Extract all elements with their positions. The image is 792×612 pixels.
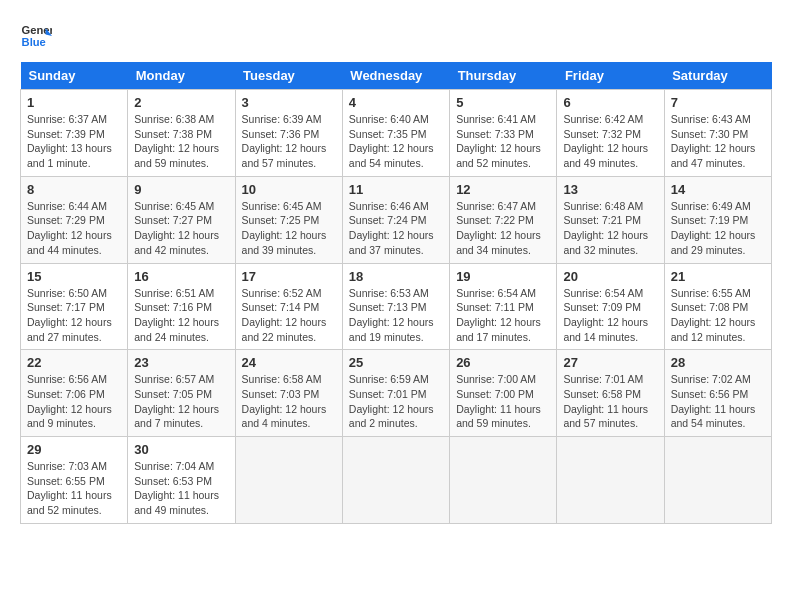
day-number: 22 bbox=[27, 355, 121, 370]
day-header-friday: Friday bbox=[557, 62, 664, 90]
day-number: 12 bbox=[456, 182, 550, 197]
day-number: 28 bbox=[671, 355, 765, 370]
day-number: 18 bbox=[349, 269, 443, 284]
calendar-body: 1Sunrise: 6:37 AMSunset: 7:39 PMDaylight… bbox=[21, 90, 772, 524]
day-header-wednesday: Wednesday bbox=[342, 62, 449, 90]
day-number: 17 bbox=[242, 269, 336, 284]
day-info: Sunrise: 6:56 AMSunset: 7:06 PMDaylight:… bbox=[27, 372, 121, 431]
day-info: Sunrise: 6:50 AMSunset: 7:17 PMDaylight:… bbox=[27, 286, 121, 345]
calendar-cell: 2Sunrise: 6:38 AMSunset: 7:38 PMDaylight… bbox=[128, 90, 235, 177]
day-info: Sunrise: 6:38 AMSunset: 7:38 PMDaylight:… bbox=[134, 112, 228, 171]
day-number: 25 bbox=[349, 355, 443, 370]
day-info: Sunrise: 7:03 AMSunset: 6:55 PMDaylight:… bbox=[27, 459, 121, 518]
header: General Blue bbox=[20, 20, 772, 52]
calendar-cell bbox=[235, 437, 342, 524]
day-info: Sunrise: 6:37 AMSunset: 7:39 PMDaylight:… bbox=[27, 112, 121, 171]
day-info: Sunrise: 6:41 AMSunset: 7:33 PMDaylight:… bbox=[456, 112, 550, 171]
calendar-cell: 9Sunrise: 6:45 AMSunset: 7:27 PMDaylight… bbox=[128, 176, 235, 263]
day-number: 20 bbox=[563, 269, 657, 284]
day-number: 5 bbox=[456, 95, 550, 110]
day-number: 6 bbox=[563, 95, 657, 110]
calendar-cell: 18Sunrise: 6:53 AMSunset: 7:13 PMDayligh… bbox=[342, 263, 449, 350]
calendar-cell: 8Sunrise: 6:44 AMSunset: 7:29 PMDaylight… bbox=[21, 176, 128, 263]
day-header-saturday: Saturday bbox=[664, 62, 771, 90]
day-number: 7 bbox=[671, 95, 765, 110]
day-info: Sunrise: 6:54 AMSunset: 7:11 PMDaylight:… bbox=[456, 286, 550, 345]
calendar-header-row: SundayMondayTuesdayWednesdayThursdayFrid… bbox=[21, 62, 772, 90]
day-info: Sunrise: 7:00 AMSunset: 7:00 PMDaylight:… bbox=[456, 372, 550, 431]
day-number: 2 bbox=[134, 95, 228, 110]
day-number: 30 bbox=[134, 442, 228, 457]
calendar-cell: 4Sunrise: 6:40 AMSunset: 7:35 PMDaylight… bbox=[342, 90, 449, 177]
day-info: Sunrise: 6:42 AMSunset: 7:32 PMDaylight:… bbox=[563, 112, 657, 171]
calendar-cell: 12Sunrise: 6:47 AMSunset: 7:22 PMDayligh… bbox=[450, 176, 557, 263]
day-info: Sunrise: 6:48 AMSunset: 7:21 PMDaylight:… bbox=[563, 199, 657, 258]
day-number: 8 bbox=[27, 182, 121, 197]
week-row-5: 29Sunrise: 7:03 AMSunset: 6:55 PMDayligh… bbox=[21, 437, 772, 524]
day-info: Sunrise: 7:04 AMSunset: 6:53 PMDaylight:… bbox=[134, 459, 228, 518]
day-number: 29 bbox=[27, 442, 121, 457]
day-number: 14 bbox=[671, 182, 765, 197]
day-header-tuesday: Tuesday bbox=[235, 62, 342, 90]
calendar-cell: 5Sunrise: 6:41 AMSunset: 7:33 PMDaylight… bbox=[450, 90, 557, 177]
day-info: Sunrise: 6:51 AMSunset: 7:16 PMDaylight:… bbox=[134, 286, 228, 345]
day-info: Sunrise: 6:58 AMSunset: 7:03 PMDaylight:… bbox=[242, 372, 336, 431]
day-number: 21 bbox=[671, 269, 765, 284]
calendar-cell bbox=[664, 437, 771, 524]
calendar-cell: 20Sunrise: 6:54 AMSunset: 7:09 PMDayligh… bbox=[557, 263, 664, 350]
day-header-thursday: Thursday bbox=[450, 62, 557, 90]
week-row-4: 22Sunrise: 6:56 AMSunset: 7:06 PMDayligh… bbox=[21, 350, 772, 437]
calendar-cell: 7Sunrise: 6:43 AMSunset: 7:30 PMDaylight… bbox=[664, 90, 771, 177]
calendar-cell: 11Sunrise: 6:46 AMSunset: 7:24 PMDayligh… bbox=[342, 176, 449, 263]
day-info: Sunrise: 6:46 AMSunset: 7:24 PMDaylight:… bbox=[349, 199, 443, 258]
calendar-cell: 26Sunrise: 7:00 AMSunset: 7:00 PMDayligh… bbox=[450, 350, 557, 437]
day-info: Sunrise: 6:45 AMSunset: 7:27 PMDaylight:… bbox=[134, 199, 228, 258]
calendar-cell: 25Sunrise: 6:59 AMSunset: 7:01 PMDayligh… bbox=[342, 350, 449, 437]
calendar-cell: 30Sunrise: 7:04 AMSunset: 6:53 PMDayligh… bbox=[128, 437, 235, 524]
calendar-cell: 28Sunrise: 7:02 AMSunset: 6:56 PMDayligh… bbox=[664, 350, 771, 437]
calendar-cell: 6Sunrise: 6:42 AMSunset: 7:32 PMDaylight… bbox=[557, 90, 664, 177]
day-number: 27 bbox=[563, 355, 657, 370]
calendar-cell: 27Sunrise: 7:01 AMSunset: 6:58 PMDayligh… bbox=[557, 350, 664, 437]
day-number: 1 bbox=[27, 95, 121, 110]
calendar-cell: 14Sunrise: 6:49 AMSunset: 7:19 PMDayligh… bbox=[664, 176, 771, 263]
day-info: Sunrise: 6:49 AMSunset: 7:19 PMDaylight:… bbox=[671, 199, 765, 258]
calendar-cell: 13Sunrise: 6:48 AMSunset: 7:21 PMDayligh… bbox=[557, 176, 664, 263]
calendar-cell: 1Sunrise: 6:37 AMSunset: 7:39 PMDaylight… bbox=[21, 90, 128, 177]
calendar-cell: 24Sunrise: 6:58 AMSunset: 7:03 PMDayligh… bbox=[235, 350, 342, 437]
calendar-cell: 3Sunrise: 6:39 AMSunset: 7:36 PMDaylight… bbox=[235, 90, 342, 177]
calendar-cell: 23Sunrise: 6:57 AMSunset: 7:05 PMDayligh… bbox=[128, 350, 235, 437]
day-info: Sunrise: 6:45 AMSunset: 7:25 PMDaylight:… bbox=[242, 199, 336, 258]
calendar-cell: 21Sunrise: 6:55 AMSunset: 7:08 PMDayligh… bbox=[664, 263, 771, 350]
day-info: Sunrise: 6:44 AMSunset: 7:29 PMDaylight:… bbox=[27, 199, 121, 258]
day-number: 24 bbox=[242, 355, 336, 370]
day-number: 11 bbox=[349, 182, 443, 197]
calendar-cell: 29Sunrise: 7:03 AMSunset: 6:55 PMDayligh… bbox=[21, 437, 128, 524]
day-number: 9 bbox=[134, 182, 228, 197]
day-info: Sunrise: 6:43 AMSunset: 7:30 PMDaylight:… bbox=[671, 112, 765, 171]
calendar-cell: 22Sunrise: 6:56 AMSunset: 7:06 PMDayligh… bbox=[21, 350, 128, 437]
calendar-cell bbox=[557, 437, 664, 524]
day-info: Sunrise: 6:54 AMSunset: 7:09 PMDaylight:… bbox=[563, 286, 657, 345]
day-info: Sunrise: 7:02 AMSunset: 6:56 PMDaylight:… bbox=[671, 372, 765, 431]
day-info: Sunrise: 7:01 AMSunset: 6:58 PMDaylight:… bbox=[563, 372, 657, 431]
calendar-cell: 17Sunrise: 6:52 AMSunset: 7:14 PMDayligh… bbox=[235, 263, 342, 350]
logo-icon: General Blue bbox=[20, 20, 52, 52]
day-number: 26 bbox=[456, 355, 550, 370]
calendar: SundayMondayTuesdayWednesdayThursdayFrid… bbox=[20, 62, 772, 524]
calendar-cell: 16Sunrise: 6:51 AMSunset: 7:16 PMDayligh… bbox=[128, 263, 235, 350]
day-info: Sunrise: 6:57 AMSunset: 7:05 PMDaylight:… bbox=[134, 372, 228, 431]
day-info: Sunrise: 6:39 AMSunset: 7:36 PMDaylight:… bbox=[242, 112, 336, 171]
day-number: 10 bbox=[242, 182, 336, 197]
svg-text:Blue: Blue bbox=[22, 36, 46, 48]
calendar-cell: 10Sunrise: 6:45 AMSunset: 7:25 PMDayligh… bbox=[235, 176, 342, 263]
day-number: 23 bbox=[134, 355, 228, 370]
day-header-monday: Monday bbox=[128, 62, 235, 90]
day-info: Sunrise: 6:47 AMSunset: 7:22 PMDaylight:… bbox=[456, 199, 550, 258]
day-number: 13 bbox=[563, 182, 657, 197]
calendar-cell bbox=[342, 437, 449, 524]
week-row-1: 1Sunrise: 6:37 AMSunset: 7:39 PMDaylight… bbox=[21, 90, 772, 177]
day-header-sunday: Sunday bbox=[21, 62, 128, 90]
day-info: Sunrise: 6:59 AMSunset: 7:01 PMDaylight:… bbox=[349, 372, 443, 431]
day-number: 4 bbox=[349, 95, 443, 110]
